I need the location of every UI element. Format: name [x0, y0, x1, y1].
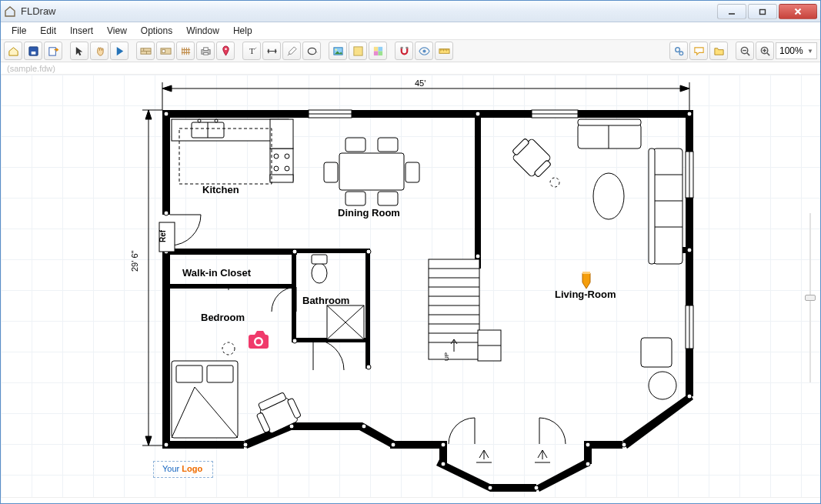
room-living: Living-Room: [555, 289, 616, 300]
svg-point-61: [687, 112, 692, 116]
canvas-area[interactable]: 45' 29' 6" Kitchen Dining Room Living-Ro…: [1, 75, 820, 497]
svg-text:T: T: [249, 46, 255, 55]
svg-rect-100: [345, 138, 365, 152]
comment-button[interactable]: [689, 42, 708, 60]
door-button[interactable]: [156, 42, 175, 60]
color-swatch-button[interactable]: [349, 42, 367, 60]
svg-point-93: [274, 166, 279, 171]
svg-point-81: [292, 339, 297, 343]
app-icon: [4, 5, 16, 18]
svg-point-91: [274, 154, 279, 159]
svg-rect-38: [162, 441, 244, 449]
location-pin-icon: [582, 272, 590, 289]
play-button[interactable]: [110, 42, 128, 60]
svg-rect-138: [578, 119, 641, 125]
home-button[interactable]: [4, 42, 22, 60]
svg-rect-2: [31, 51, 35, 54]
svg-point-62: [687, 248, 692, 252]
svg-rect-96: [270, 119, 293, 149]
svg-point-24: [675, 47, 679, 52]
zoom-in-button[interactable]: [756, 42, 774, 60]
dim-width-label: 45': [415, 78, 426, 88]
folder-button[interactable]: [709, 42, 728, 60]
preview-button[interactable]: [415, 42, 433, 60]
svg-point-148: [256, 339, 262, 345]
menu-insert[interactable]: Insert: [64, 24, 99, 38]
export-button[interactable]: [44, 42, 62, 60]
svg-point-64: [622, 442, 626, 447]
fence-button[interactable]: [176, 42, 195, 60]
svg-rect-136: [578, 124, 641, 149]
svg-point-70: [441, 442, 446, 447]
save-button[interactable]: [24, 42, 42, 60]
svg-rect-20: [400, 46, 402, 48]
settings-button[interactable]: [669, 42, 688, 60]
select-button[interactable]: [70, 42, 88, 60]
svg-rect-104: [324, 162, 338, 182]
svg-point-68: [488, 486, 492, 490]
svg-rect-139: [512, 139, 552, 178]
maximize-button[interactable]: [748, 4, 777, 19]
svg-rect-135: [649, 149, 655, 264]
menu-view[interactable]: View: [101, 24, 133, 38]
pan-button[interactable]: [90, 42, 108, 60]
svg-point-12: [308, 48, 315, 54]
ruler-button[interactable]: [435, 42, 453, 60]
menu-file[interactable]: File: [5, 24, 32, 38]
color-picker-button[interactable]: [369, 42, 387, 60]
snap-button[interactable]: [395, 42, 413, 60]
svg-point-144: [649, 372, 676, 399]
room-kitchen: Kitchen: [202, 184, 239, 195]
document-filename: (sample.fdw): [1, 62, 820, 75]
svg-rect-95: [270, 175, 293, 182]
menu-options[interactable]: Options: [135, 24, 179, 38]
svg-point-65: [586, 442, 590, 447]
svg-rect-131: [653, 149, 682, 264]
image-button[interactable]: [329, 42, 347, 60]
svg-rect-56: [365, 249, 370, 369]
vertical-zoom-slider[interactable]: [805, 213, 816, 382]
svg-point-130: [222, 342, 235, 355]
circle-button[interactable]: [302, 42, 321, 60]
svg-rect-34: [162, 110, 693, 118]
zoom-level-select[interactable]: 100% ▼: [776, 42, 817, 59]
pin-button[interactable]: [216, 42, 235, 60]
svg-point-88: [198, 119, 201, 122]
svg-rect-21: [405, 46, 408, 48]
svg-point-72: [362, 424, 366, 429]
text-button[interactable]: T: [242, 42, 261, 60]
floorplan-drawing: [1, 75, 820, 497]
svg-point-74: [243, 442, 248, 447]
menu-window[interactable]: Window: [180, 24, 225, 38]
svg-point-82: [476, 254, 480, 259]
svg-point-10: [225, 48, 227, 50]
svg-rect-103: [378, 192, 398, 205]
svg-point-25: [679, 51, 682, 55]
svg-rect-102: [345, 192, 365, 205]
svg-point-60: [476, 112, 480, 116]
svg-rect-99: [339, 153, 404, 190]
wall-button[interactable]: [136, 42, 155, 60]
svg-rect-149: [582, 272, 590, 274]
svg-rect-119: [312, 255, 327, 264]
svg-rect-6: [162, 49, 165, 52]
minimize-button[interactable]: [717, 4, 746, 19]
svg-point-94: [285, 166, 289, 171]
menu-help[interactable]: Help: [227, 24, 259, 38]
svg-rect-0: [760, 9, 766, 14]
zoom-out-button[interactable]: [736, 42, 754, 60]
svg-point-142: [593, 173, 624, 219]
svg-rect-36: [162, 253, 170, 446]
paint-button[interactable]: [282, 42, 301, 60]
svg-point-145: [550, 178, 559, 187]
svg-point-92: [285, 154, 289, 159]
dimension-button[interactable]: [262, 42, 281, 60]
close-button[interactable]: [779, 4, 817, 19]
print-button[interactable]: [196, 42, 215, 60]
svg-rect-124: [176, 365, 202, 382]
logo-text: Your Logo: [162, 464, 202, 473]
room-closet: Walk-in Closet: [182, 267, 251, 279]
menu-edit[interactable]: Edit: [34, 24, 62, 38]
statusbar: [1, 497, 820, 503]
camera-marker-icon: [249, 331, 269, 349]
